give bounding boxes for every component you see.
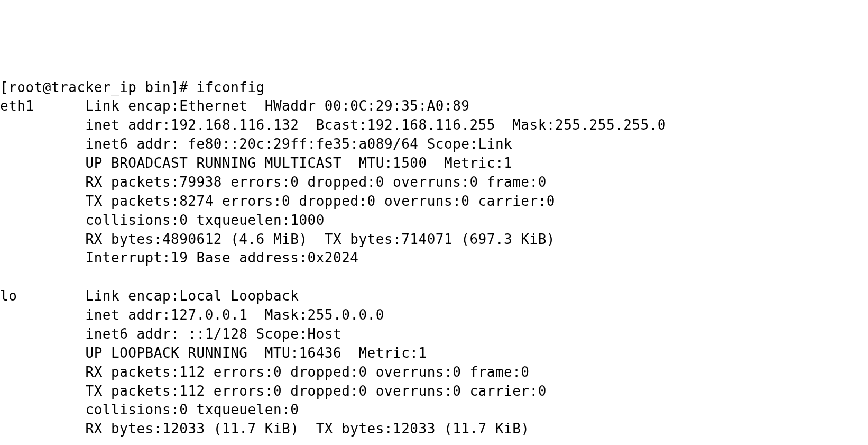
iface-line: Link encap:Local Loopback <box>86 288 299 304</box>
iface-name: lo <box>0 288 17 304</box>
shell-prompt: [root@tracker_ip bin]# <box>0 79 197 95</box>
iface-line: RX bytes:12033 (11.7 KiB) TX bytes:12033… <box>0 421 530 437</box>
iface-line: inet addr:127.0.0.1 Mask:255.0.0.0 <box>0 307 384 323</box>
iface-line: collisions:0 txqueuelen:0 <box>0 402 299 417</box>
iface-line: RX packets:79938 errors:0 dropped:0 over… <box>0 174 547 190</box>
iface-line: inet addr:192.168.116.132 Bcast:192.168.… <box>0 117 666 133</box>
iface-line: Interrupt:19 Base address:0x2024 <box>0 250 358 266</box>
iface-line: inet6 addr: fe80::20c:29ff:fe35:a089/64 … <box>0 136 512 152</box>
prompt-line-1: [root@tracker_ip bin]# ifconfig <box>0 79 265 95</box>
iface-line: RX packets:112 errors:0 dropped:0 overru… <box>0 364 530 380</box>
iface-lo-header: lo Link encap:Local Loopback <box>0 288 299 304</box>
iface-line: UP BROADCAST RUNNING MULTICAST MTU:1500 … <box>0 155 512 171</box>
terminal-output: [root@tracker_ip bin]# ifconfig eth1 Lin… <box>0 76 868 446</box>
iface-line: Link encap:Ethernet HWaddr 00:0C:29:35:A… <box>86 98 470 114</box>
command-text: ifconfig <box>197 79 265 95</box>
iface-line: RX bytes:4890612 (4.6 MiB) TX bytes:7140… <box>0 231 555 247</box>
iface-line: UP LOOPBACK RUNNING MTU:16436 Metric:1 <box>0 345 427 361</box>
iface-line: collisions:0 txqueuelen:1000 <box>0 212 325 228</box>
iface-line: TX packets:112 errors:0 dropped:0 overru… <box>0 383 547 399</box>
iface-name: eth1 <box>0 98 34 114</box>
iface-line: inet6 addr: ::1/128 Scope:Host <box>0 326 341 342</box>
iface-eth1-header: eth1 Link encap:Ethernet HWaddr 00:0C:29… <box>0 98 469 114</box>
iface-line: TX packets:8274 errors:0 dropped:0 overr… <box>0 193 555 209</box>
